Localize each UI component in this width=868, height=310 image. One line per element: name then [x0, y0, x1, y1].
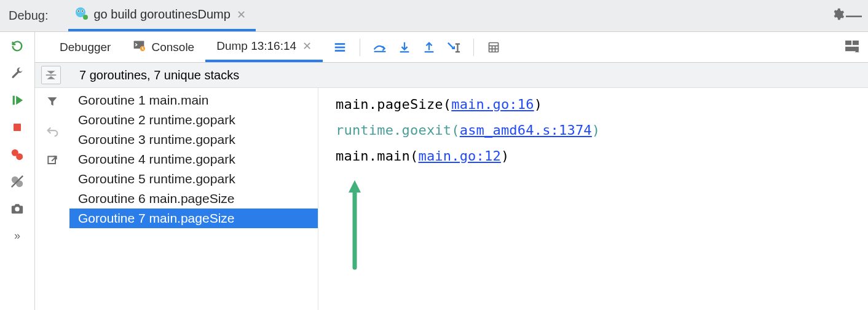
evaluate-icon[interactable] [486, 40, 501, 55]
step-into-icon[interactable] [397, 40, 412, 55]
debug-header: Debug: go build goroutinesDump ✕ — [0, 0, 868, 32]
goroutine-summary-bar: 7 goroutines, 7 unique stacks [35, 63, 868, 88]
svg-rect-38 [46, 74, 57, 76]
source-link[interactable]: main.go:12 [418, 148, 500, 164]
stop-icon[interactable] [9, 119, 25, 135]
run-config-tab[interactable]: go build goroutinesDump ✕ [68, 1, 256, 31]
tab-debugger-label: Debugger [60, 41, 111, 54]
wrench-icon[interactable] [9, 65, 25, 81]
layout-settings-icon[interactable] [845, 40, 859, 54]
view-breakpoints-icon[interactable] [9, 146, 25, 162]
stack-frame-suffix: ) [534, 97, 542, 112]
separator [473, 39, 474, 56]
svg-rect-6 [13, 96, 15, 105]
debugger-left-rail: » [0, 32, 35, 310]
svg-marker-7 [16, 96, 23, 105]
stack-frame: main.main(main.go:12) [336, 143, 868, 169]
goroutine-list: Goroutine 1 main.mainGoroutine 2 runtime… [69, 88, 318, 310]
goroutine-row[interactable]: Goroutine 6 main.pageSize [69, 189, 318, 209]
stack-frame-suffix: ) [501, 148, 509, 164]
goroutine-row[interactable]: Goroutine 3 runtime.gopark [69, 130, 318, 149]
list-icon[interactable] [333, 40, 347, 55]
svg-point-3 [78, 10, 79, 12]
stack-frame: runtime.goexit(asm_amd64.s:1374) [336, 117, 868, 143]
minimize-icon[interactable]: — [846, 6, 862, 25]
svg-marker-37 [47, 71, 55, 74]
dump-content: Goroutine 1 main.mainGoroutine 2 runtime… [35, 88, 868, 310]
step-controls [323, 39, 501, 56]
svg-marker-40 [48, 97, 57, 105]
resume-icon[interactable] [9, 92, 25, 108]
stack-frame-prefix: main.main( [336, 148, 418, 164]
goroutine-row[interactable]: Goroutine 1 main.main [69, 90, 318, 110]
filter-icon[interactable] [45, 94, 60, 109]
svg-rect-33 [845, 41, 851, 45]
debug-panel-label: Debug: [9, 9, 68, 23]
close-icon[interactable]: ✕ [302, 39, 312, 53]
goroutine-row[interactable]: Goroutine 5 runtime.gopark [69, 169, 318, 189]
stack-trace-pane: main.pageSize(main.go:16)runtime.goexit(… [318, 88, 868, 310]
debug-right-pane: Debugger Console Dump 13:16:14 ✕ [35, 32, 868, 310]
svg-rect-41 [48, 156, 55, 164]
svg-rect-34 [853, 41, 859, 45]
go-gopher-icon [73, 6, 88, 23]
step-out-icon[interactable] [422, 40, 436, 55]
source-link[interactable]: main.go:16 [451, 97, 534, 112]
undo-icon[interactable] [45, 124, 60, 138]
separator [360, 39, 360, 56]
debug-body: » Debugger Console Dump 13:16:14 ✕ [0, 32, 868, 310]
svg-point-10 [16, 153, 23, 160]
camera-icon[interactable] [9, 201, 25, 217]
svg-point-14 [15, 207, 19, 211]
step-over-icon[interactable] [373, 40, 387, 55]
run-to-cursor-icon[interactable] [446, 40, 461, 55]
more-icon[interactable]: » [9, 228, 25, 244]
collapse-all-icon[interactable] [41, 66, 61, 84]
stack-frame-prefix: main.pageSize( [336, 97, 451, 112]
goroutine-row[interactable]: Goroutine 2 runtime.gopark [69, 110, 318, 130]
goroutine-side-icons [35, 88, 69, 310]
run-config-name: go build goroutinesDump [94, 7, 231, 22]
tab-console[interactable]: Console [122, 32, 205, 62]
svg-point-5 [83, 15, 88, 20]
svg-rect-28 [489, 42, 499, 52]
splitter[interactable] [318, 88, 318, 310]
gear-icon[interactable] [830, 7, 846, 25]
stack-frame-prefix: runtime.goexit( [336, 122, 460, 138]
stack-frame-suffix: ) [592, 122, 600, 138]
goroutine-row[interactable]: Goroutine 7 main.pageSize [69, 209, 318, 228]
svg-rect-8 [14, 124, 21, 131]
inner-tabbar: Debugger Console Dump 13:16:14 ✕ [35, 32, 868, 63]
rerun-icon[interactable] [9, 38, 25, 54]
goroutine-summary-text: 7 goroutines, 7 unique stacks [61, 68, 239, 82]
tab-debugger[interactable]: Debugger [49, 32, 122, 62]
tab-dump[interactable]: Dump 13:16:14 ✕ [205, 32, 323, 62]
terminal-icon [133, 39, 145, 55]
goroutine-row[interactable]: Goroutine 4 runtime.gopark [69, 149, 318, 169]
svg-marker-39 [47, 76, 55, 79]
stack-frame: main.pageSize(main.go:16) [336, 92, 868, 117]
close-icon[interactable]: ✕ [237, 8, 246, 22]
source-link[interactable]: asm_amd64.s:1374 [460, 122, 592, 138]
svg-point-4 [82, 10, 83, 12]
tab-dump-label: Dump 13:16:14 [216, 39, 296, 53]
tab-console-label: Console [151, 41, 194, 54]
mute-breakpoints-icon[interactable] [9, 173, 25, 189]
export-icon[interactable] [45, 153, 60, 168]
